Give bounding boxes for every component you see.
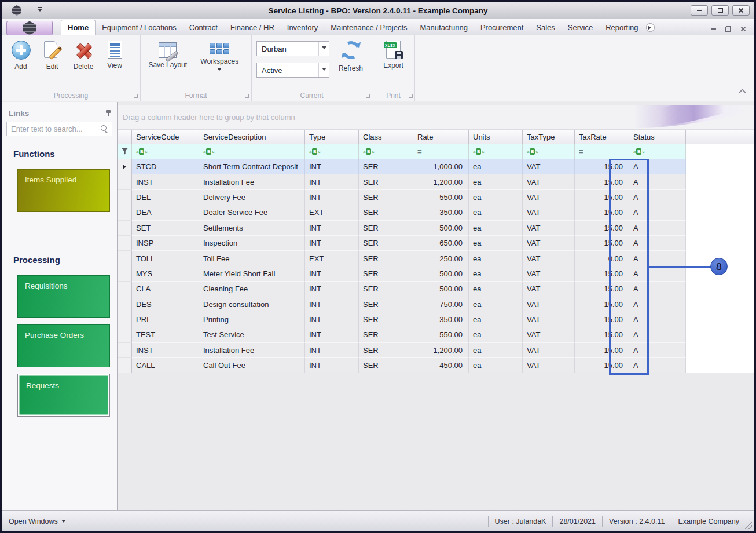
table-row[interactable]: CALLCall Out FeeINTSER450.00eaVAT15.00A bbox=[118, 358, 754, 373]
cell-servicedescription[interactable]: Design consultation bbox=[199, 297, 305, 312]
cell-rate[interactable]: 450.00 bbox=[413, 358, 469, 373]
cell-class[interactable]: SER bbox=[359, 312, 413, 327]
minimize-button[interactable] bbox=[691, 5, 708, 16]
cell-taxrate[interactable]: 15.00 bbox=[575, 343, 629, 358]
cell-type[interactable]: INT bbox=[305, 190, 359, 205]
cell-servicedescription[interactable]: Cleaning Fee bbox=[199, 282, 305, 297]
cell-taxtype[interactable]: VAT bbox=[523, 236, 575, 251]
cell-units[interactable]: ea bbox=[469, 327, 523, 342]
cell-class[interactable]: SER bbox=[359, 205, 413, 220]
tab-finance-hr[interactable]: Finance / HR bbox=[224, 20, 281, 35]
open-windows-button[interactable]: Open Windows bbox=[2, 517, 66, 525]
cell-rate[interactable]: 750.00 bbox=[413, 297, 469, 312]
column-header-taxtype[interactable]: TaxType bbox=[523, 130, 575, 144]
state-dropdown[interactable]: Active bbox=[256, 63, 329, 78]
cell-servicedescription[interactable]: Meter Yield Short Fall bbox=[199, 266, 305, 282]
cell-type[interactable]: INT bbox=[305, 159, 359, 174]
cell-taxrate[interactable]: 15.00 bbox=[575, 205, 629, 220]
search-input[interactable] bbox=[6, 122, 112, 136]
column-header-units[interactable]: Units bbox=[469, 130, 523, 144]
cell-status[interactable]: A bbox=[629, 266, 686, 282]
cell-taxrate[interactable]: 15.00 bbox=[575, 297, 629, 312]
table-row[interactable]: STCDShort Term Contract DepositINTSER1,0… bbox=[118, 159, 754, 174]
tab-reporting[interactable]: Reporting bbox=[599, 20, 644, 35]
cell-class[interactable]: SER bbox=[359, 251, 413, 266]
cell-status[interactable]: A bbox=[629, 327, 686, 342]
cell-servicecode[interactable]: INST bbox=[132, 174, 199, 189]
cell-taxrate[interactable]: 15.00 bbox=[575, 236, 629, 251]
export-button[interactable]: XLSX Export bbox=[378, 39, 409, 70]
table-row[interactable]: INSPInspectionINTSER650.00eaVAT15.00A bbox=[118, 236, 754, 251]
cell-servicecode[interactable]: DEA bbox=[132, 205, 199, 220]
cell-class[interactable]: SER bbox=[359, 236, 413, 251]
dropdown-arrow-button[interactable] bbox=[318, 42, 329, 56]
cell-type[interactable]: INT bbox=[305, 327, 359, 342]
table-row[interactable]: CLACleaning FeeINTSER500.00eaVAT15.00A bbox=[118, 282, 754, 297]
cell-status[interactable]: A bbox=[629, 190, 686, 205]
dialog-launcher-icon[interactable] bbox=[245, 94, 249, 98]
refresh-button[interactable]: Refresh bbox=[335, 41, 366, 72]
cell-type[interactable]: INT bbox=[305, 358, 359, 373]
edit-button[interactable]: Edit bbox=[36, 39, 68, 71]
cell-taxrate[interactable]: 15.00 bbox=[575, 190, 629, 205]
cell-units[interactable]: ea bbox=[469, 297, 523, 312]
cell-taxrate[interactable]: 15.00 bbox=[575, 159, 629, 174]
cell-taxtype[interactable]: VAT bbox=[523, 343, 575, 358]
tab-equipment-locations[interactable]: Equipment / Locations bbox=[96, 20, 183, 35]
cell-servicedescription[interactable]: Short Term Contract Deposit bbox=[199, 159, 305, 174]
column-header-servicecode[interactable]: ServiceCode bbox=[132, 130, 199, 144]
cell-servicecode[interactable]: TOLL bbox=[132, 251, 199, 266]
cell-units[interactable]: ea bbox=[469, 174, 523, 189]
cell-status[interactable]: A bbox=[629, 221, 686, 236]
table-row[interactable]: DESDesign consultationINTSER750.00eaVAT1… bbox=[118, 297, 754, 312]
cell-taxtype[interactable]: VAT bbox=[523, 159, 575, 174]
table-row[interactable]: MYSMeter Yield Short FallINTSER500.00eaV… bbox=[118, 266, 754, 282]
mdi-restore-icon[interactable] bbox=[725, 26, 731, 32]
cell-status[interactable]: A bbox=[629, 282, 686, 297]
filter-cell-taxtype[interactable]: aBc bbox=[523, 144, 575, 159]
cell-servicecode[interactable]: SET bbox=[132, 221, 199, 236]
cell-servicedescription[interactable]: Settlements bbox=[199, 221, 305, 236]
cell-status[interactable]: A bbox=[629, 205, 686, 220]
table-row[interactable]: PRIPrintingINTSER350.00eaVAT15.00A bbox=[118, 312, 754, 327]
table-row[interactable]: INSTInstallation FeeINTSER1,200.00eaVAT1… bbox=[118, 343, 754, 358]
filter-cell-rate[interactable]: = bbox=[413, 144, 469, 159]
cell-taxtype[interactable]: VAT bbox=[523, 266, 575, 282]
cell-taxrate[interactable]: 15.00 bbox=[575, 312, 629, 327]
filter-cell-type[interactable]: aBc bbox=[305, 144, 359, 159]
application-menu-button[interactable] bbox=[6, 21, 53, 35]
cell-type[interactable]: INT bbox=[305, 312, 359, 327]
filter-cell-servicecode[interactable]: aBc bbox=[132, 144, 199, 159]
cell-taxrate[interactable]: 15.00 bbox=[575, 358, 629, 373]
table-row[interactable]: INSTInstallation FeeINTSER1,200.00eaVAT1… bbox=[118, 174, 754, 189]
cell-class[interactable]: SER bbox=[359, 174, 413, 189]
cell-servicedescription[interactable]: Test Service bbox=[199, 327, 305, 342]
cell-servicedescription[interactable]: Call Out Fee bbox=[199, 358, 305, 373]
cell-taxtype[interactable]: VAT bbox=[523, 297, 575, 312]
cell-servicedescription[interactable]: Delivery Fee bbox=[199, 190, 305, 205]
cell-servicedescription[interactable]: Installation Fee bbox=[199, 343, 305, 358]
cell-rate[interactable]: 1,200.00 bbox=[413, 174, 469, 189]
column-header-rate[interactable]: Rate bbox=[413, 130, 469, 144]
dialog-launcher-icon[interactable] bbox=[134, 94, 138, 98]
tab-procurement[interactable]: Procurement bbox=[474, 20, 530, 35]
workspaces-button[interactable]: Workspaces bbox=[192, 39, 247, 73]
cell-rate[interactable]: 500.00 bbox=[413, 266, 469, 282]
cell-taxtype[interactable]: VAT bbox=[523, 282, 575, 297]
cell-type[interactable]: EXT bbox=[305, 205, 359, 220]
cell-rate[interactable]: 1,200.00 bbox=[413, 343, 469, 358]
tab-inventory[interactable]: Inventory bbox=[281, 20, 324, 35]
cell-servicedescription[interactable]: Dealer Service Fee bbox=[199, 205, 305, 220]
quick-access-dropdown-icon[interactable] bbox=[38, 7, 42, 14]
cell-rate[interactable]: 650.00 bbox=[413, 236, 469, 251]
table-row[interactable]: DELDelivery FeeINTSER550.00eaVAT15.00A bbox=[118, 190, 754, 205]
cell-servicedescription[interactable]: Installation Fee bbox=[199, 174, 305, 189]
cell-units[interactable]: ea bbox=[469, 343, 523, 358]
collapse-ribbon-icon[interactable] bbox=[739, 89, 746, 96]
cell-taxtype[interactable]: VAT bbox=[523, 221, 575, 236]
cell-taxrate[interactable]: 15.00 bbox=[575, 282, 629, 297]
table-row[interactable]: TESTTest ServiceINTSER550.00eaVAT15.00A bbox=[118, 327, 754, 342]
maximize-button[interactable] bbox=[711, 5, 729, 16]
cell-status[interactable]: A bbox=[629, 312, 686, 327]
cell-rate[interactable]: 550.00 bbox=[413, 190, 469, 205]
